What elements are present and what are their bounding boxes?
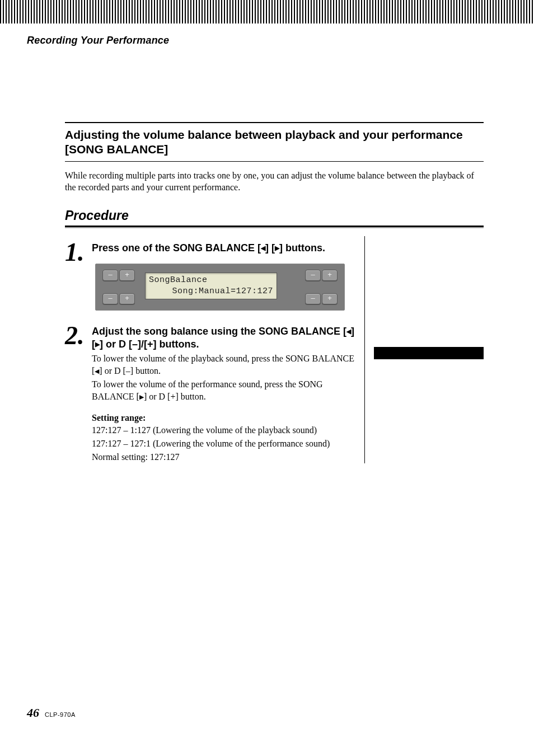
- topic-intro: While recording multiple parts into trac…: [65, 170, 484, 194]
- range-line: Normal setting: 127:127: [92, 451, 355, 463]
- step-number: 1.: [65, 240, 92, 265]
- minus-button[interactable]: –: [102, 270, 118, 281]
- topic-title: Adjusting the volume balance between pla…: [65, 128, 484, 157]
- top-stripe: [0, 0, 534, 24]
- footer: 46 CLP-970A: [27, 706, 76, 720]
- page-number: 46: [27, 706, 39, 720]
- button-pair-d: – +: [305, 293, 338, 304]
- triangle-right-icon: ▶: [139, 393, 144, 400]
- minus-button[interactable]: –: [305, 270, 321, 281]
- procedure-rule-shade: [65, 227, 484, 228]
- right-column: [365, 236, 484, 464]
- range-heading: Setting range:: [92, 413, 355, 423]
- button-pair-c: – +: [102, 293, 135, 304]
- lcd-line-1: SongBalance: [149, 275, 273, 286]
- minus-button[interactable]: –: [102, 293, 118, 304]
- triangle-left-icon: ◀: [346, 328, 351, 335]
- plus-button[interactable]: +: [119, 270, 135, 281]
- step-text: To lower the volume of the performance s…: [92, 378, 355, 403]
- device-panel: – + – + – + – +: [95, 264, 345, 311]
- plus-button[interactable]: +: [322, 293, 338, 304]
- triangle-right-icon: ▶: [275, 245, 279, 251]
- plus-button[interactable]: +: [322, 270, 338, 281]
- range-line: 127:127 – 1:127 (Lowering the volume of …: [92, 424, 355, 436]
- step-text: To lower the volume of the playback soun…: [92, 353, 355, 377]
- setting-range: Setting range: 127:127 – 1:127 (Lowering…: [92, 413, 355, 463]
- step-heading: Adjust the song balance using the SONG B…: [92, 325, 355, 351]
- step-2: 2. Adjust the song balance using the SON…: [65, 325, 355, 403]
- minus-button[interactable]: –: [305, 293, 321, 304]
- plus-button[interactable]: +: [119, 293, 135, 304]
- step-number: 2.: [65, 323, 92, 349]
- range-line: 127:127 – 127:1 (Lowering the volume of …: [92, 438, 355, 450]
- button-pair-b: – +: [305, 270, 338, 281]
- step-heading: Press one of the SONG BALANCE [◀] [▶] bu…: [92, 242, 355, 255]
- triangle-right-icon: ▶: [95, 341, 100, 348]
- button-pair-a: – +: [102, 270, 135, 281]
- step-1: 1. Press one of the SONG BALANCE [◀] [▶]…: [65, 242, 355, 315]
- procedure-heading: Procedure: [65, 208, 484, 223]
- sidebar-black-box: [374, 347, 484, 359]
- title-rule-top: [65, 122, 484, 123]
- lcd-line-2: Song:Manual=127:127: [149, 286, 273, 297]
- main-content: Adjusting the volume balance between pla…: [65, 122, 484, 463]
- section-header: Recording Your Performance: [27, 35, 169, 46]
- left-column: 1. Press one of the SONG BALANCE [◀] [▶]…: [65, 236, 364, 464]
- triangle-left-icon: ◀: [261, 245, 265, 251]
- lcd-display: SongBalance Song:Manual=127:127: [145, 273, 277, 299]
- title-rule-bottom: [65, 161, 484, 162]
- model-label: CLP-970A: [45, 711, 76, 718]
